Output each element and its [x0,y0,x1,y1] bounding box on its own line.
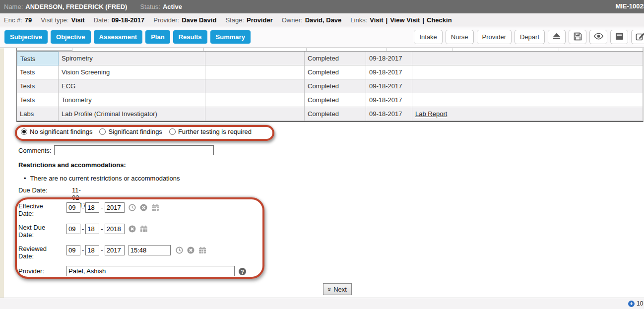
eject-button[interactable] [548,30,566,44]
edit-icon [636,32,644,42]
cell-status: Completed [305,79,366,93]
zoom-plus-icon: + [628,301,635,307]
cell-category: Tests [17,93,59,107]
tab-objective[interactable]: Objective [51,30,91,44]
radio-label: No significant findings [30,128,92,135]
cell-extra [482,52,643,65]
calendar-icon[interactable] [140,225,148,234]
cell-extra [482,107,643,121]
patient-header: Name: ANDERSON, FREDERICK (FRED) Status:… [0,0,644,13]
cell-status: Completed [305,65,366,79]
due-date-label: Due Date: [18,186,48,194]
main-content: Tests Spirometry Completed 09-18-2017 Te… [0,48,644,298]
cell-category: Tests [17,79,59,93]
cell-link [412,52,482,65]
clear-icon[interactable] [187,247,194,255]
status-label: Status: [140,3,160,10]
lab-report-link[interactable]: Lab Report [415,110,447,118]
cell-link [412,65,482,79]
cell-name: Lab Profile (Criminal Investigator) [59,107,205,121]
encounter-bar: Enc #: 79 Visit type: Visit Date: 09-18-… [0,13,644,27]
date-label: Date: [94,16,109,24]
cell-category: Labs [17,107,59,121]
radio-further-testing[interactable] [169,128,176,135]
clock-icon[interactable] [129,204,136,213]
restrictions-heading: Restrictions and accommodations: [18,161,126,169]
calendar-icon[interactable] [198,247,206,255]
effective-day-input[interactable] [85,202,99,213]
clear-icon[interactable] [140,204,147,213]
cell-status: Completed [305,107,366,121]
reviewed-month-input[interactable] [66,245,80,255]
table-row[interactable]: Tests Vision Screening Completed 09-18-2… [17,65,643,79]
provider-value: Dave David [182,16,216,24]
nurse-button[interactable]: Nurse [446,30,474,44]
eject-icon [552,32,561,42]
radio-label: Significant findings [108,128,162,135]
system-id: MIE-10025 [615,2,644,10]
stage-value: Provider [247,16,273,24]
next-due-date-label: Next Due [18,224,66,231]
tab-plan[interactable]: Plan [145,30,170,44]
owner-value: David, Dave [305,16,342,24]
table-row[interactable]: Tests Tonometry Completed 09-18-2017 [17,93,643,107]
cell-name: ECG [59,79,205,93]
effective-year-input[interactable] [105,202,125,213]
orders-results-table: Tests Spirometry Completed 09-18-2017 Te… [16,52,644,122]
effective-date-row: Effective Date: - - [18,202,159,217]
comments-input[interactable] [54,145,214,155]
provider-row: Provider: ? [18,266,246,276]
tab-results[interactable]: Results [173,30,207,44]
view-button[interactable] [589,30,607,44]
next-due-month-input[interactable] [66,224,80,234]
calendar-icon[interactable] [151,204,159,213]
cell-date: 09-18-2017 [366,65,412,79]
reviewed-time-input[interactable] [129,245,171,255]
radio-significant-findings[interactable] [99,128,106,135]
cell-detail [205,93,305,107]
link-visit[interactable]: Visit [370,16,383,24]
effective-month-input[interactable] [66,202,80,213]
cell-date: 09-18-2017 [366,79,412,93]
table-row[interactable]: Labs Lab Profile (Criminal Investigator)… [17,107,643,121]
radio-no-significant-findings[interactable] [21,128,27,135]
save-button[interactable] [569,30,586,44]
clock-icon[interactable] [176,247,183,255]
depart-button[interactable]: Depart [515,30,545,44]
effective-date-label: Effective [18,202,66,210]
tab-summary[interactable]: Summary [210,30,251,44]
chevron-double-down-icon: » [326,287,333,291]
cell-category: Tests [17,65,59,79]
app-window: Name: ANDERSON, FREDERICK (FRED) Status:… [0,0,644,309]
link-checkin[interactable]: Checkin [427,16,452,24]
reviewed-year-input[interactable] [105,245,125,255]
intake-button[interactable]: Intake [414,30,442,44]
findings-radio-group: No significant findings Significant find… [21,128,258,135]
next-due-year-input[interactable] [105,224,125,234]
compose-button[interactable] [631,30,644,44]
provider-button[interactable]: Provider [477,30,512,44]
zoom-indicator[interactable]: + 10 [628,300,643,307]
eye-icon [593,33,604,41]
cell-date: 09-18-2017 [366,93,412,107]
table-row[interactable]: Tests Spirometry Completed 09-18-2017 [17,52,643,65]
table-row[interactable]: Tests ECG Completed 09-18-2017 [17,79,643,93]
patient-name: ANDERSON, FREDERICK (FRED) [25,3,127,10]
next-due-date-row: Next Due Date: - - [18,224,148,239]
reviewed-day-input[interactable] [85,245,99,255]
clear-icon[interactable] [129,225,136,234]
table-row-cutoff [16,48,644,52]
next-button[interactable]: » Next [323,283,352,295]
cell-link [412,79,482,93]
patient-status: Active [163,3,182,10]
save-icon [574,32,582,42]
archive-button[interactable] [610,30,628,44]
link-view-visit[interactable]: View Visit [390,16,420,24]
page-margin [0,48,4,298]
tab-subjective[interactable]: Subjective [4,30,48,44]
provider-input[interactable] [66,266,235,276]
next-due-day-input[interactable] [85,224,99,234]
cell-status: Completed [305,93,366,107]
tab-assessment[interactable]: Assessment [94,30,143,44]
help-icon[interactable]: ? [239,268,246,275]
